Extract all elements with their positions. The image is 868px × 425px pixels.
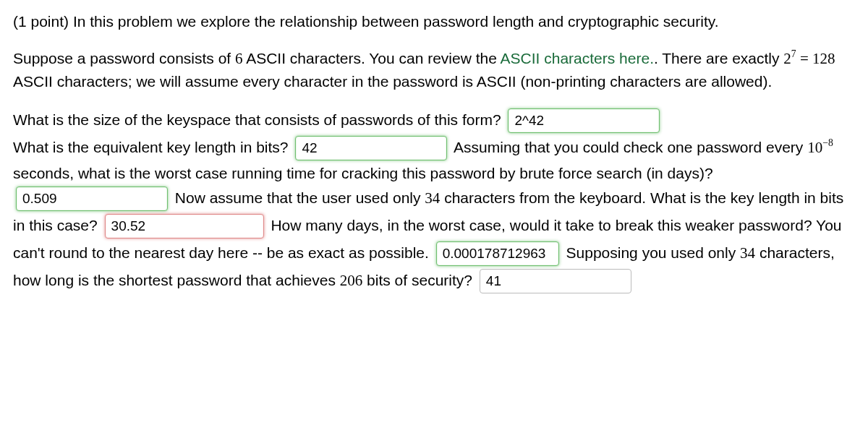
answer-keylength[interactable] [295,136,447,160]
base-10: 10 [807,139,822,156]
q3-text-a: Assuming that you could check one passwo… [454,139,807,155]
intro-paragraph: (1 point) In this problem we explore the… [13,10,855,34]
points-label: (1 point) [13,13,69,30]
problem-container: (1 point) In this problem we explore the… [13,10,855,295]
num-34-a: 34 [425,189,440,207]
num-34-b: 34 [740,244,755,262]
answer-days[interactable] [16,186,168,211]
setup-paragraph: Suppose a password consists of 6 ASCII c… [13,47,855,94]
equals: = [796,50,812,67]
q4-text-a: Now assume that the user used only [175,189,425,206]
q6-text-a: Supposing you used only [566,244,741,261]
q6-text-c: bits of security? [362,272,472,288]
ascii-link[interactable]: ASCII characters here. [501,50,654,66]
q2-text: What is the equivalent key length in bit… [13,139,289,155]
exp-7: 7 [791,48,796,59]
exp-neg8: −8 [822,137,833,148]
base-2: 2 [783,50,791,67]
answer-keylength-34[interactable] [105,214,264,239]
setup-text-c: . There are exactly [654,50,783,66]
setup-text-a: Suppose a password consists of [13,50,235,66]
answer-days-weak[interactable] [436,241,559,266]
answer-shortest-password[interactable] [480,269,631,293]
q1-text: What is the size of the keyspace that co… [13,111,501,128]
setup-text-b: ASCII characters. You can review the [243,50,501,66]
num-206: 206 [340,272,363,289]
num-128: 128 [812,50,835,67]
setup-text-d: ASCII characters; we will assume every c… [13,73,772,90]
num-6: 6 [235,50,243,67]
answer-keyspace[interactable] [508,108,660,133]
q3-text-b: seconds, what is the worst case running … [13,165,713,181]
questions-flow: What is the size of the keyspace that co… [13,107,855,296]
intro-text: In this problem we explore the relations… [73,13,719,30]
